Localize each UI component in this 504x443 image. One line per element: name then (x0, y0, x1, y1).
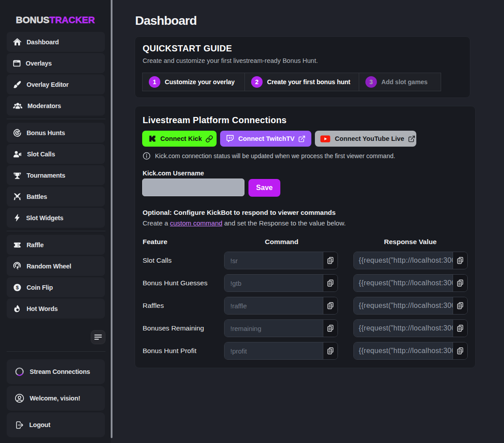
svg-text:$: $ (16, 285, 19, 290)
